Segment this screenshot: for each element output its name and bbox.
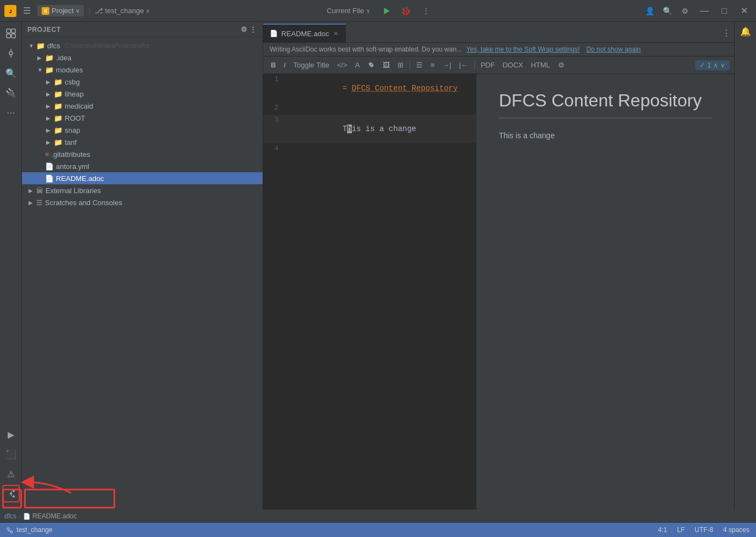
tree-item-liheap[interactable]: ▶ 📁 liheap [22,88,263,100]
tree-item-medicaid[interactable]: ▶ 📁 medicaid [22,100,263,112]
notification-dismiss-link[interactable]: Do not show again [586,46,640,53]
sidebar-settings-icon[interactable]: ⚙ [241,25,248,33]
people-icon[interactable]: 👤 [642,3,657,19]
bell-icon[interactable]: 🔔 [740,26,751,37]
docx-button[interactable]: DOCX [499,60,527,70]
source-toggle-button[interactable]: </> [334,60,351,70]
sidebar-more-icon[interactable]: ⋮ [249,25,257,33]
minimize-button[interactable]: — [697,3,712,19]
pdf-button[interactable]: PDF [478,60,498,70]
notification-soft-wrap-link[interactable]: Yes, take me to the Soft Wrap settings! [467,46,580,53]
tree-item-antora[interactable]: ▶ 📄 antora.yml [22,160,263,172]
readme-label: README.adoc [56,174,104,183]
search-everywhere-icon[interactable]: 🔍 [660,3,675,19]
current-file-dropdown-icon: ∨ [366,8,370,14]
cursor-text: T [343,125,347,133]
line-number-4: 4 [263,143,285,152]
html-button[interactable]: HTML [527,60,553,70]
run-button[interactable] [379,3,394,19]
activity-commit-icon[interactable] [2,44,20,62]
tab-more-button[interactable]: ⋮ [719,24,734,42]
branch-selector[interactable]: ⎇ test_change ∨ [95,7,150,15]
table-button[interactable]: ⊞ [394,60,407,70]
outdent-button[interactable]: |← [456,60,471,70]
breadcrumb-readme[interactable]: 📄 README.adoc [23,512,77,520]
tree-item-root-folder[interactable]: ▶ 📁 ROOT [22,112,263,124]
maximize-button[interactable]: □ [717,3,732,19]
svg-point-12 [13,495,15,498]
chevron-down-icon: ▼ [29,43,34,49]
tree-item-csbg[interactable]: ▶ 📁 csbg [22,76,263,88]
activity-project-icon[interactable] [2,25,20,42]
text-format-button[interactable]: A [352,60,363,70]
tree-item-root[interactable]: ▼ 📁 dfcs C:\Users\rohit\IdeaProjects\dfc… [22,39,263,52]
encoding[interactable]: UTF-8 [692,526,715,534]
editor-area: 📄 README.adoc ✕ ⋮ Writing AsciiDoc works… [263,22,734,510]
run-configs-icon[interactable]: ▶ [2,426,20,443]
indent-button[interactable]: →| [439,60,454,70]
hamburger-menu[interactable]: ☰ [21,3,33,18]
code-line-4: 4 [263,143,476,155]
branch-name: test_change [105,7,144,15]
link-button[interactable] [364,60,378,70]
svg-marker-2 [384,8,390,14]
activity-search-icon[interactable]: 🔍 [2,64,20,82]
editor-split: 1 = DFCS Content Repository 2 3 This is … [263,74,734,510]
breadcrumb-dfcs[interactable]: dfcs [4,512,16,520]
git-icon[interactable] [2,485,20,502]
cursor-position[interactable]: 4:1 [656,526,669,534]
tree-item-tanf[interactable]: ▶ 📁 tanf [22,136,263,148]
toolbar-sep1 [410,61,410,70]
debug-button[interactable]: 🐞 [399,3,414,19]
check-up-icon: ∧ [713,61,718,69]
tree-item-idea[interactable]: ▶ 📁 .idea [22,52,263,64]
image-button[interactable]: 🖼 [379,60,393,70]
tab-readme[interactable]: 📄 README.adoc ✕ [263,24,346,42]
check-icon: ✓ [700,61,705,69]
check-issues-button[interactable]: ✓ 1 ∧ ∨ [695,60,730,70]
toggle-title-label: Toggle Title [293,61,329,69]
git-branch-status[interactable]: test_change [4,526,55,534]
export-settings-button[interactable]: ⚙ [555,60,568,70]
line-content-2[interactable] [285,103,476,114]
tree-item-gitattributes[interactable]: ▶ ≡ .gitattributes [22,148,263,160]
tree-item-snap[interactable]: ▶ 📁 snap [22,124,263,136]
bold-button[interactable]: B [268,60,279,70]
line-content-4[interactable] [285,143,476,154]
line-content-3[interactable]: This is a change [285,115,476,143]
toolbar-sep2 [474,61,475,70]
current-file-button[interactable]: Current File ∨ [322,5,374,16]
terminal-icon[interactable]: ⬛ [2,445,20,463]
code-editor[interactable]: 1 = DFCS Content Repository 2 3 This is … [263,74,477,510]
toggle-title-button[interactable]: Toggle Title [290,60,333,70]
activity-plugins-icon[interactable]: 🔌 [2,84,20,101]
line-ending[interactable]: LF [675,526,687,534]
editor-toolbar: B I Toggle Title </> A 🖼 ⊞ ☰ ≡ →| |← PDF… [263,56,734,74]
modules-label: modules [56,66,83,74]
list-ul-button[interactable]: ☰ [413,60,426,70]
tree-item-scratches[interactable]: ▶ ☰ Scratches and Consoles [22,196,263,208]
project-selector[interactable]: d Project ∨ [37,5,84,16]
root-path: C:\Users\rohit\IdeaProjects\dfcs [65,42,150,49]
tree-item-readme[interactable]: ▶ 📄 README.adoc [22,172,263,184]
italic-button[interactable]: I [280,60,289,70]
csbg-label: csbg [65,78,79,86]
tab-close-icon[interactable]: ✕ [332,30,339,38]
activity-more-icon[interactable]: ⋯ [2,104,20,121]
settings-icon[interactable]: ⚙ [677,3,692,19]
chevron-right-icon: ▶ [46,115,52,121]
tree-item-external-libraries[interactable]: ▶ 🏛 External Libraries [22,184,263,196]
medicaid-folder-icon: 📁 [54,102,62,110]
list-ol-button[interactable]: ≡ [427,60,438,70]
status-left: test_change [4,526,55,534]
activity-bottom-icons: ▶ ⬛ ⚠ [2,425,20,507]
line-number-2: 2 [263,103,285,112]
line-content-1[interactable]: = DFCS Content Repository [285,74,476,103]
problems-icon[interactable]: ⚠ [2,465,20,483]
tree-item-modules[interactable]: ▼ 📁 modules [22,64,263,76]
more-actions-button[interactable]: ⋮ [418,3,434,19]
app-logo: J [4,5,16,17]
svg-point-11 [13,490,15,492]
close-button[interactable]: ✕ [736,3,752,19]
indent-info[interactable]: 4 spaces [721,526,752,534]
